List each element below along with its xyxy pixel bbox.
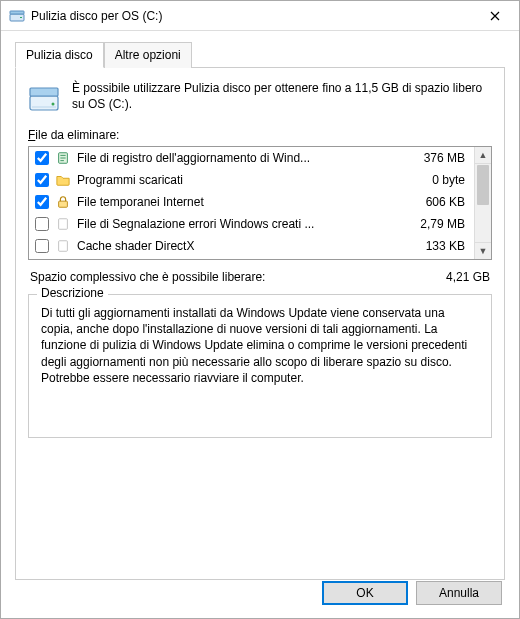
file-name: File temporanei Internet — [77, 195, 389, 209]
file-list: File di registro dell'aggiornamento di W… — [28, 146, 492, 260]
drive-cleanup-icon — [9, 8, 25, 24]
file-name: Cache shader DirectX — [77, 239, 389, 253]
svg-rect-7 — [59, 201, 68, 207]
scroll-down-button[interactable]: ▼ — [475, 242, 491, 259]
svg-rect-2 — [20, 17, 22, 18]
total-space-value: 4,21 GB — [446, 270, 490, 284]
scroll-thumb[interactable] — [477, 165, 489, 205]
svg-rect-1 — [10, 11, 24, 14]
scroll-up-button[interactable]: ▲ — [475, 147, 491, 164]
blank-icon — [55, 216, 71, 232]
file-name: Programmi scaricati — [77, 173, 389, 187]
log-icon — [55, 150, 71, 166]
file-row[interactable]: File temporanei Internet606 KB — [29, 191, 473, 213]
file-size: 376 MB — [389, 151, 469, 165]
svg-rect-4 — [30, 88, 58, 96]
total-space-label: Spazio complessivo che è possibile liber… — [30, 270, 265, 284]
files-to-delete-label: File da eliminare: — [28, 128, 492, 142]
cancel-button[interactable]: Annulla — [416, 581, 502, 605]
file-size: 2,79 MB — [389, 217, 469, 231]
svg-rect-9 — [59, 241, 68, 252]
file-checkbox[interactable] — [35, 151, 49, 165]
file-size: 0 byte — [389, 173, 469, 187]
window-title: Pulizia disco per OS (C:) — [31, 9, 475, 23]
intro-text: È possibile utilizzare Pulizia disco per… — [72, 80, 492, 114]
file-name: File di registro dell'aggiornamento di W… — [77, 151, 389, 165]
file-row[interactable]: Programmi scaricati0 byte — [29, 169, 473, 191]
blank-icon — [55, 238, 71, 254]
file-checkbox[interactable] — [35, 195, 49, 209]
description-group: Descrizione Di tutti gli aggiornamenti i… — [28, 294, 492, 438]
description-label: Descrizione — [37, 286, 108, 300]
drive-icon — [28, 82, 60, 114]
file-size: 133 KB — [389, 239, 469, 253]
svg-rect-8 — [59, 219, 68, 230]
file-size: 606 KB — [389, 195, 469, 209]
svg-point-5 — [52, 103, 55, 106]
ok-button[interactable]: OK — [322, 581, 408, 605]
file-checkbox[interactable] — [35, 173, 49, 187]
tab-altre-opzioni[interactable]: Altre opzioni — [104, 42, 192, 68]
file-list-scrollbar[interactable]: ▲ ▼ — [474, 147, 491, 259]
file-row[interactable]: File di registro dell'aggiornamento di W… — [29, 147, 473, 169]
folder-icon — [55, 172, 71, 188]
file-checkbox[interactable] — [35, 239, 49, 253]
file-row[interactable]: File di Segnalazione errori Windows crea… — [29, 213, 473, 235]
description-text: Di tutti gli aggiornamenti installati da… — [41, 305, 479, 425]
file-checkbox[interactable] — [35, 217, 49, 231]
tab-panel: È possibile utilizzare Pulizia disco per… — [15, 68, 505, 580]
close-button[interactable] — [475, 2, 515, 30]
file-name: File di Segnalazione errori Windows crea… — [77, 217, 389, 231]
file-row[interactable]: Cache shader DirectX133 KB — [29, 235, 473, 257]
titlebar: Pulizia disco per OS (C:) — [1, 1, 519, 31]
tabstrip: Pulizia disco Altre opzioni — [15, 41, 505, 68]
tab-pulizia-disco[interactable]: Pulizia disco — [15, 42, 104, 68]
lock-icon — [55, 194, 71, 210]
